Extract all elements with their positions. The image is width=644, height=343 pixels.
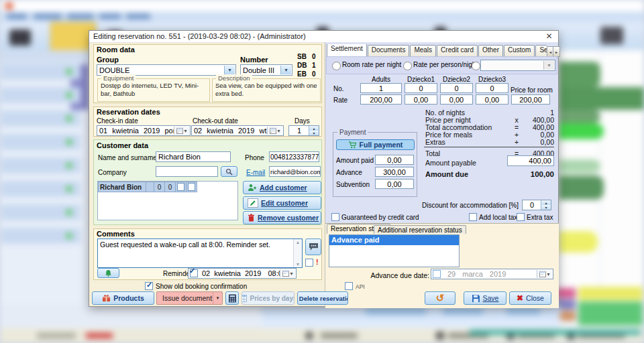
settlement-panel: Settlement Documents Meals Credit card O… bbox=[325, 42, 558, 307]
spin-up-icon[interactable]: ▴ bbox=[541, 200, 551, 205]
dialog-titlebar: Editing reservation no. 551 - (2019-03-2… bbox=[89, 31, 558, 43]
amount-payable-input[interactable]: 400,00 bbox=[507, 155, 554, 166]
prices-by-days-button[interactable]: Prices by days bbox=[241, 291, 294, 305]
scrollbar[interactable]: ▲▼ bbox=[293, 239, 302, 267]
discount-spinner[interactable]: 0 ▴▾ bbox=[522, 200, 551, 210]
dialog-close-icon[interactable]: ✕ bbox=[544, 31, 554, 42]
products-button[interactable]: Products bbox=[92, 291, 154, 305]
company-input[interactable] bbox=[156, 166, 218, 177]
rate-child2-input[interactable]: 0,00 bbox=[440, 94, 473, 105]
comment-note-button[interactable] bbox=[305, 238, 321, 255]
rate-adults-input[interactable]: 200,00 bbox=[360, 94, 402, 105]
checkout-date-field[interactable]: 02 kwietnia 2019 wt. bbox=[191, 125, 284, 136]
close-button[interactable]: ✖ Close bbox=[509, 291, 551, 305]
tab-scroll-right-icon[interactable]: ▸ bbox=[553, 46, 560, 57]
room-group-value: DOUBLE bbox=[99, 66, 129, 74]
rate-child1-input[interactable]: 0,00 bbox=[405, 94, 437, 105]
subvention-input[interactable]: 0,00 bbox=[375, 179, 414, 189]
subvention-label: Subvention bbox=[336, 181, 370, 188]
email-input[interactable]: richard@bion.com bbox=[269, 166, 321, 177]
issue-document-button[interactable]: Issue document bbox=[156, 291, 223, 305]
full-payment-button[interactable]: Full payment bbox=[336, 139, 415, 150]
email-link[interactable]: E-mail bbox=[246, 169, 265, 176]
api-checkbox[interactable] bbox=[345, 282, 353, 290]
comments-textarea[interactable]: Guest requested a wake-up call at 8:00. … bbox=[97, 238, 303, 268]
no-child2-input[interactable]: 0 bbox=[440, 83, 473, 93]
tab-credit-card[interactable]: Credit card bbox=[437, 45, 478, 56]
calendar-icon[interactable] bbox=[280, 269, 295, 277]
rate-plan-select[interactable] bbox=[480, 60, 555, 71]
radio-custom-rate[interactable] bbox=[472, 62, 480, 70]
remove-customer-button[interactable]: Remove customer bbox=[243, 211, 321, 224]
description-fieldset: Description Sea view, can be equipped wi… bbox=[212, 78, 321, 102]
radio-person-rate[interactable] bbox=[403, 62, 412, 70]
add-local-tax-label: Add local tax bbox=[479, 214, 517, 221]
customer-checkbox-1[interactable] bbox=[177, 183, 184, 191]
reminder-checkbox[interactable] bbox=[190, 269, 198, 277]
calendar-icon[interactable] bbox=[537, 270, 552, 278]
edit-customer-button[interactable]: Edit customer bbox=[243, 196, 321, 210]
customer-checkbox-2[interactable] bbox=[188, 183, 195, 191]
stat-sb-label: SB bbox=[297, 53, 307, 60]
tab-custom[interactable]: Custom bbox=[504, 45, 535, 56]
tab-documents[interactable]: Documents bbox=[368, 45, 410, 56]
add-customer-button[interactable]: Add customer bbox=[243, 181, 321, 194]
no-child3-input[interactable]: 0 bbox=[476, 83, 508, 93]
amount-paid-input[interactable]: 0,00 bbox=[375, 155, 414, 165]
undo-button[interactable]: ↺ bbox=[425, 291, 455, 305]
tab-settlement[interactable]: Settlement bbox=[327, 44, 367, 56]
price-for-room-input[interactable]: 200,00 bbox=[511, 94, 550, 105]
customer-row[interactable]: Richard Bion 0 0 bbox=[98, 182, 237, 192]
rate-child3-input[interactable]: 0,00 bbox=[476, 94, 508, 105]
reminder-date-field[interactable]: 02 kwietnia 2019 08:00 bbox=[188, 268, 297, 279]
tab-additional-status[interactable]: Additional reservation status bbox=[374, 225, 466, 234]
show-old-confirmation-checkbox[interactable] bbox=[145, 282, 153, 290]
important-mark: ! bbox=[316, 258, 319, 266]
issue-document-label: Issue document bbox=[162, 294, 212, 302]
calculator-button[interactable] bbox=[225, 291, 239, 305]
tab-other[interactable]: Other bbox=[478, 45, 503, 56]
add-local-tax-checkbox[interactable] bbox=[469, 213, 477, 221]
calendar-icon[interactable] bbox=[174, 127, 189, 135]
company-search-button[interactable] bbox=[221, 166, 237, 177]
save-button[interactable]: Save bbox=[464, 291, 506, 305]
trash-icon bbox=[248, 214, 255, 222]
status-selected-item[interactable]: Advance paid bbox=[329, 235, 459, 245]
tab-services[interactable]: Services bbox=[535, 45, 547, 56]
extra-tax-checkbox[interactable] bbox=[517, 213, 525, 221]
checkin-date-field[interactable]: 01 kwietnia 2019 pon. bbox=[97, 125, 191, 136]
settlement-tabs: Settlement Documents Meals Credit card O… bbox=[327, 44, 547, 56]
guaranteed-checkbox[interactable] bbox=[331, 213, 339, 221]
chevron-down-icon[interactable] bbox=[543, 61, 554, 70]
radio-room-rate[interactable] bbox=[332, 62, 341, 70]
bell-icon bbox=[105, 269, 112, 277]
advance-due-field[interactable]: 29 marca 2019 bbox=[431, 269, 553, 279]
room-data-header: Room data bbox=[97, 46, 135, 54]
save-label: Save bbox=[483, 294, 499, 302]
checkin-day: 01 bbox=[99, 127, 107, 135]
tab-meals[interactable]: Meals bbox=[410, 45, 436, 56]
important-checkbox[interactable] bbox=[305, 259, 313, 267]
email-value: richard@bion.com bbox=[270, 168, 321, 176]
notification-bell-button[interactable] bbox=[97, 268, 119, 278]
chevron-down-icon[interactable] bbox=[224, 66, 235, 74]
floppy-disk-icon bbox=[472, 294, 480, 303]
screen: Editing reservation no. 551 - (2019-03-2… bbox=[0, 0, 644, 343]
spin-up-icon[interactable]: ▴ bbox=[309, 126, 319, 131]
advance-due-checkbox[interactable] bbox=[433, 270, 441, 278]
phone-input[interactable]: 0048123337877 bbox=[269, 151, 319, 162]
advance-input[interactable]: 300,00 bbox=[375, 167, 414, 177]
no-child1-input[interactable]: 0 bbox=[405, 83, 437, 93]
chevron-down-icon[interactable] bbox=[280, 66, 291, 74]
days-spinner[interactable]: 1 ▴▾ bbox=[288, 125, 319, 136]
name-input[interactable]: Richard Bion bbox=[156, 151, 231, 162]
calendar-icon[interactable] bbox=[267, 127, 282, 135]
spin-down-icon[interactable]: ▾ bbox=[541, 205, 551, 210]
no-adults-input[interactable]: 1 bbox=[360, 83, 402, 93]
status-listbox[interactable]: Advance paid bbox=[329, 234, 460, 267]
guaranteed-label: Guaranteed by credit card bbox=[341, 214, 419, 221]
delete-reservation-button[interactable]: Delete reservation bbox=[297, 291, 348, 305]
chevron-down-icon[interactable] bbox=[213, 292, 222, 304]
number-label: Number bbox=[240, 56, 268, 64]
spin-down-icon[interactable]: ▾ bbox=[309, 131, 319, 135]
